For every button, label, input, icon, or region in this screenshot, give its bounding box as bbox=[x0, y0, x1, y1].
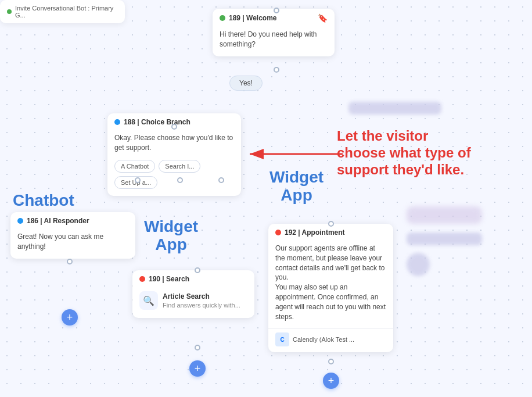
plus-btn-appt[interactable]: + bbox=[323, 373, 339, 389]
label-widget-app-1: WidgetApp bbox=[144, 218, 198, 254]
status-dot-choice bbox=[114, 119, 120, 125]
node-welcome[interactable]: 189 | Welcome 🔖 Hi there! Do you need he… bbox=[213, 9, 335, 56]
node-search-label: 190 | Search bbox=[149, 275, 189, 283]
choice-btn-chatbot[interactable]: A Chatbot bbox=[114, 160, 155, 173]
node-ai-body: Great! Now you can ask me anything! bbox=[10, 228, 135, 259]
node-appt-body: Our support agents are offline at the mo… bbox=[268, 240, 393, 328]
blurred-bar-1 bbox=[348, 102, 441, 115]
yes-button[interactable]: Yes! bbox=[229, 76, 263, 91]
status-dot-welcome bbox=[220, 15, 225, 21]
node-invite-label: Invite Conversational Bot : Primary G... bbox=[15, 5, 118, 19]
calendly-icon: C bbox=[275, 332, 289, 346]
conn-dot-choice-left bbox=[135, 177, 141, 183]
label-widget-app-2: WidgetApp bbox=[269, 169, 323, 205]
node-ai-label: 186 | AI Responder bbox=[27, 217, 89, 225]
conn-dot-appt-top bbox=[328, 221, 334, 227]
choice-btn-search[interactable]: Search I... bbox=[159, 160, 200, 173]
node-welcome-label: 189 | Welcome bbox=[229, 14, 277, 22]
conn-dot-choice-mid bbox=[177, 177, 183, 183]
conn-dot-search-bottom bbox=[195, 345, 200, 350]
flow-canvas: 189 | Welcome 🔖 Hi there! Do you need he… bbox=[0, 0, 532, 397]
node-ai-responder[interactable]: 186 | AI Responder Great! Now you can as… bbox=[10, 212, 135, 259]
node-welcome-body: Hi there! Do you need help with somethin… bbox=[213, 26, 335, 56]
search-widget-sub: Find answers quickly with... bbox=[163, 302, 240, 309]
node-search[interactable]: 190 | Search 🔍 Article Search Find answe… bbox=[132, 270, 254, 318]
blurred-bar-3 bbox=[407, 233, 482, 245]
appt-footer: C Calendly (Alok Test ... bbox=[268, 328, 393, 352]
blurred-bar-2 bbox=[407, 206, 482, 224]
bookmark-icon[interactable]: 🔖 bbox=[318, 13, 328, 23]
node-invite[interactable]: Invite Conversational Bot : Primary G... bbox=[0, 0, 125, 23]
search-widget-body: 🔍 Article Search Find answers quickly wi… bbox=[132, 287, 254, 318]
plus-btn-ai[interactable]: + bbox=[62, 309, 78, 326]
node-appointment[interactable]: 192 | Appointment Our support agents are… bbox=[268, 224, 393, 352]
annotation-text: Let the visitor choose what type of supp… bbox=[337, 128, 476, 178]
invite-dot bbox=[7, 9, 12, 14]
red-arrow-svg bbox=[244, 145, 348, 163]
conn-dot-ai-bottom bbox=[67, 259, 73, 264]
conn-dot-welcome-top bbox=[274, 8, 279, 13]
search-widget-title: Article Search bbox=[163, 292, 240, 301]
conn-dot-choice-top bbox=[171, 124, 177, 130]
label-chatbot: Chatbot bbox=[13, 192, 74, 210]
article-search-icon: 🔍 bbox=[139, 291, 158, 310]
plus-btn-search[interactable]: + bbox=[189, 360, 206, 377]
conn-dot-appt-bottom bbox=[328, 359, 334, 364]
calendly-label: Calendly (Alok Test ... bbox=[293, 336, 354, 343]
status-dot-appt bbox=[275, 230, 281, 235]
node-choice-label: 188 | Choice Branch bbox=[124, 118, 190, 126]
blurred-circle bbox=[407, 253, 430, 276]
node-appt-label: 192 | Appointment bbox=[285, 228, 345, 237]
status-dot-search bbox=[139, 276, 145, 282]
node-choice-body: Okay. Please choose how you'd like to ge… bbox=[107, 130, 241, 160]
conn-dot-welcome-bottom bbox=[274, 67, 279, 73]
conn-dot-choice-right bbox=[218, 177, 224, 183]
conn-dot-search-top bbox=[195, 267, 200, 273]
status-dot-ai bbox=[17, 218, 23, 224]
